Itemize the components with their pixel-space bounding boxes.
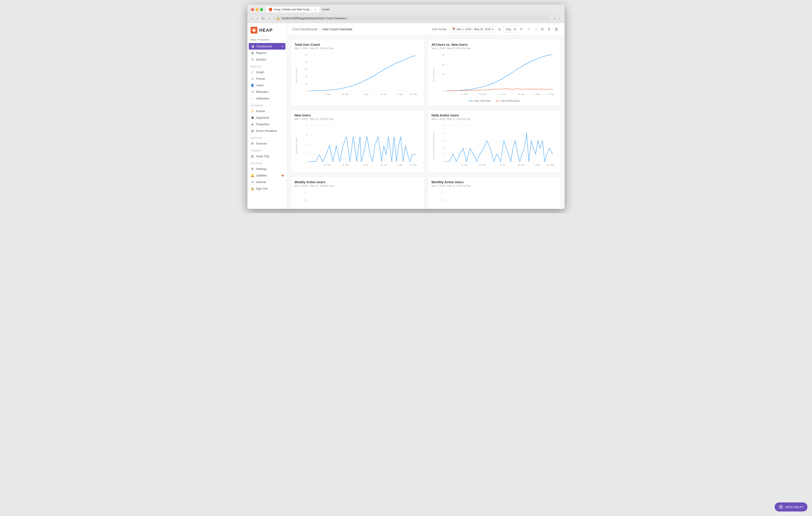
reports-icon: ▤ — [251, 51, 254, 55]
sidebar-item-heap-sql[interactable]: ▤ Heap SQL — [248, 153, 287, 159]
add-button[interactable]: ＋ — [526, 26, 531, 32]
daily-active-users-card: Daily Active Users Mar 1, 2018 - May 31,… — [428, 110, 561, 173]
svg-text:40: 40 — [442, 63, 444, 66]
total-user-count-card: Total User Count Mar 1, 2018 - May 31, 2… — [291, 39, 424, 106]
bookmark-icon[interactable]: ☆ — [553, 16, 556, 21]
event-visualizer-label: Event Visualizer — [256, 129, 277, 132]
breadcrumb-parent[interactable]: Core Dashboards — [292, 27, 317, 31]
sidebar-item-segments[interactable]: ⬢ Segments — [248, 114, 287, 121]
sidebar-item-graph[interactable]: ╱ Graph — [248, 69, 287, 75]
delete-button[interactable]: 🗑 — [554, 26, 559, 32]
legend-new-users-line — [495, 101, 500, 101]
svg-text:12. Mar: 12. Mar — [324, 93, 331, 95]
attribution-label: Attribution — [256, 97, 269, 100]
download-button[interactable]: ⬇ — [547, 26, 551, 32]
all-vs-new-svg-container: 0 20 40 60 12. Mar 26. Mar 9. Apr — [435, 52, 557, 98]
svg-text:21. May: 21. May — [410, 164, 417, 166]
attribution-icon: ↑ — [251, 97, 254, 100]
svg-text:9. Apr: 9. Apr — [500, 164, 505, 166]
sidebar-item-event-visualizer[interactable]: ▤ Event Visualizer — [248, 127, 287, 134]
new-users-y-label: Size of New Users — [294, 138, 298, 154]
app-container: HEAP Main: Production ▦ Dashboards ▾ ▤ R… — [248, 23, 564, 209]
secure-icon: 🔒 — [277, 17, 280, 20]
svg-text:23. Apr: 23. Apr — [518, 93, 524, 95]
breadcrumb: Core Dashboards › User Count Overview — [292, 27, 352, 31]
users-icon: 👤 — [251, 84, 254, 87]
total-user-count-title: Total User Count — [294, 43, 420, 47]
svg-text:2: 2 — [443, 148, 444, 150]
internal-icon: ⊙ — [251, 180, 254, 184]
main-content: Core Dashboards › User Count Overview Da… — [287, 23, 564, 209]
svg-text:5: 5 — [441, 191, 443, 193]
dashboards-arrow-icon: ▾ — [282, 45, 283, 48]
all-vs-new-chart-wrapper: Size of Segment 0 20 40 — [432, 52, 557, 98]
all-vs-new-title: All Users vs. New Users — [432, 43, 557, 47]
capture-section-label: Capture — [248, 134, 287, 140]
sidebar-item-reports[interactable]: ▤ Reports — [248, 50, 287, 56]
sidebar-item-funnel[interactable]: ⬡ Funnel — [248, 75, 287, 82]
heap-sql-icon: ▤ — [251, 154, 254, 158]
sidebar-item-dashboards[interactable]: ▦ Dashboards ▾ — [249, 43, 286, 50]
tab-close-icon[interactable]: ✕ — [314, 8, 316, 11]
svg-text:60: 60 — [442, 54, 444, 56]
segments-icon: ⬢ — [251, 116, 254, 119]
svg-text:0: 0 — [443, 90, 444, 92]
sidebar-item-settings[interactable]: ⚙ Settings — [248, 165, 287, 172]
refresh-nav-button[interactable]: ↻ — [261, 16, 265, 21]
total-user-count-y-label: Size of All Users — [294, 68, 298, 83]
sidebar-item-retention[interactable]: ↺ Retention — [248, 89, 287, 95]
sidebar-item-events[interactable]: ⚡ Events — [248, 108, 287, 114]
analyze-section-label: Analyze — [248, 63, 287, 69]
monthly-active-title: Monthly Active Users — [432, 180, 557, 184]
back-button[interactable]: ‹ — [251, 16, 254, 21]
sidebar-item-internal[interactable]: ⊙ Internal — [248, 179, 287, 185]
svg-text:1: 1 — [443, 153, 444, 155]
sidebar-logo: HEAP — [248, 23, 287, 36]
sidebar-item-users[interactable]: 👤 Users — [248, 82, 287, 89]
svg-text:40: 40 — [305, 61, 307, 63]
sidebar-item-queries[interactable]: ⊙ Queries — [248, 56, 287, 63]
forward-button[interactable]: › — [256, 16, 259, 21]
refresh-button[interactable]: ↻ — [519, 26, 524, 32]
date-range-button[interactable]: 📅 Mar 1, 2018 – May 31, 2018 ▾ — [450, 26, 496, 32]
svg-text:9. Apr: 9. Apr — [363, 164, 368, 166]
browser-nav: ‹ › ↻ ⌂ — [251, 16, 271, 21]
day-select[interactable]: Day — [503, 26, 517, 32]
sidebar-item-sign-out[interactable]: 🔒 Sign Out — [248, 185, 287, 192]
organize-section-label: Organize — [248, 102, 287, 108]
by-label: by — [498, 28, 501, 31]
svg-text:21. May: 21. May — [547, 93, 554, 95]
heap-sql-label: Heap SQL — [256, 154, 270, 158]
funnel-label: Funnel — [256, 77, 265, 81]
svg-text:10: 10 — [305, 83, 307, 85]
legend-all-users-line — [469, 101, 473, 101]
svg-text:23. Apr: 23. Apr — [381, 93, 387, 95]
sign-out-icon: 🔒 — [251, 187, 254, 190]
svg-text:0: 0 — [306, 90, 307, 92]
header-controls: Date Range: 📅 Mar 1, 2018 – May 31, 2018… — [432, 26, 559, 32]
sidebar: HEAP Main: Production ▦ Dashboards ▾ ▤ R… — [248, 23, 287, 209]
all-vs-new-legend: Size of All Users Size of New Users — [432, 100, 557, 102]
address-bar[interactable]: 🔒 localhost:8000/app/dashboard/User-Coun… — [273, 16, 551, 21]
home-nav-button[interactable]: ⌂ — [267, 16, 271, 21]
calendar-icon: 📅 — [452, 28, 455, 31]
sidebar-item-sources[interactable]: ⚙ Sources — [248, 140, 287, 147]
home-button[interactable]: ⌂ — [534, 26, 538, 32]
copy-button[interactable]: ⧉ — [540, 26, 545, 32]
weekly-active-subtitle: Mar 1, 2018 - May 31, 2018 by Day — [294, 184, 420, 187]
menu-icon[interactable]: ⋮ — [557, 16, 561, 21]
browser-tab[interactable]: Heap | Mobile and Web Analy… ✕ — [266, 7, 319, 12]
dot-minimize[interactable] — [256, 8, 259, 11]
sidebar-item-attribution[interactable]: ↑ Attribution — [248, 95, 287, 102]
dot-close[interactable] — [251, 8, 254, 11]
sidebar-item-properties[interactable]: ◈ Properties — [248, 121, 287, 127]
total-user-count-svg-container: 0 10 20 30 40 50 12. Mar 26. Mar — [298, 52, 420, 98]
daily-active-svg-container: 0 1 2 3 4 5 12. Mar 26. Mar 9. Apr — [435, 123, 557, 169]
updates-badge — [282, 175, 284, 177]
weekly-active-users-card: Weekly Active Users Mar 1, 2018 - May 31… — [291, 177, 424, 209]
sources-label: Sources — [256, 142, 267, 145]
sidebar-item-updates[interactable]: 🔔 Updates — [248, 172, 287, 179]
dot-maximize[interactable] — [260, 8, 263, 11]
weekly-active-svg-container: 0 5 — [294, 190, 420, 209]
monthly-active-subtitle: Mar 1, 2018 - May 31, 2018 by Day — [432, 184, 557, 187]
